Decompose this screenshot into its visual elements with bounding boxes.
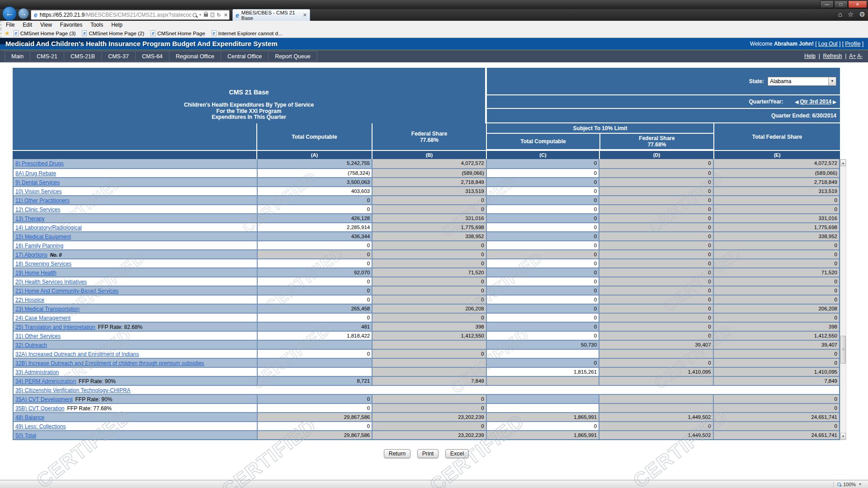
previous-quarter-icon[interactable]: ◀ <box>795 99 799 104</box>
cell-c[interactable]: 0 <box>486 169 599 177</box>
row-link[interactable]: 25) Translation and Interpretation <box>15 324 95 330</box>
row-link[interactable]: 35) Citizenship Verification Technology-… <box>15 387 131 394</box>
cell-a[interactable]: 436,344 <box>257 232 372 240</box>
row-link[interactable]: 14) Laboratory/Radiological <box>15 225 82 231</box>
forward-button[interactable]: → <box>18 8 29 19</box>
cell-c[interactable]: 0 <box>486 196 599 204</box>
cell-a[interactable]: 481 <box>257 323 372 331</box>
cell-c[interactable]: 0 <box>486 314 599 322</box>
row-link[interactable]: 8A) Drug Rebate <box>15 170 56 177</box>
settings-gear-icon[interactable]: ⚙ <box>859 10 865 19</box>
favorite-link[interactable]: eCMSnet Home Page (2) <box>82 30 144 36</box>
home-icon[interactable]: ⌂ <box>838 10 842 19</box>
row-link[interactable]: 49) Less: Collections <box>15 423 66 430</box>
cell-c[interactable] <box>486 395 599 403</box>
cell-a[interactable]: 8,721 <box>257 377 372 385</box>
row-link[interactable]: 19) Home Health <box>15 270 57 276</box>
zoom-magnifier-icon[interactable] <box>837 483 841 486</box>
row-link[interactable]: 48) Balance <box>15 414 44 421</box>
cell-c[interactable]: 0 <box>486 277 599 286</box>
scroll-down-icon[interactable]: ▼ <box>840 433 846 440</box>
menu-item-file[interactable]: File <box>2 22 19 28</box>
add-favorite-icon[interactable]: ★ <box>5 30 10 37</box>
cell-c[interactable]: 0 <box>486 187 599 195</box>
table-scrollbar[interactable]: ▲ ▼ <box>840 159 846 440</box>
cell-c[interactable]: 50,730 <box>486 341 599 349</box>
row-link[interactable]: 16) Family Planning <box>15 243 63 249</box>
quarter-link[interactable]: Qtr 3rd 2014 <box>800 99 831 105</box>
close-button[interactable]: ✕ <box>848 0 867 8</box>
cell-a[interactable]: 3,500,063 <box>257 178 372 186</box>
menu-item-favorites[interactable]: Favorites <box>56 22 86 28</box>
next-quarter-icon[interactable]: ▶ <box>833 99 836 104</box>
cell-c[interactable]: 0 <box>486 323 599 331</box>
row-link[interactable]: 12) Clinic Services <box>15 206 60 213</box>
search-dropdown-icon[interactable]: ▾ <box>199 13 201 17</box>
favorite-link[interactable]: eCMSnet Home Page <box>151 30 205 36</box>
back-button[interactable]: ← <box>2 6 17 21</box>
row-link[interactable]: 34) PERM Administration <box>15 378 76 385</box>
cell-a[interactable] <box>257 341 372 349</box>
search-icon[interactable] <box>193 13 197 17</box>
cell-a[interactable]: 1,818,422 <box>257 332 372 340</box>
cell-a[interactable]: 0 <box>257 241 372 249</box>
favorites-star-icon[interactable]: ☆ <box>848 10 854 19</box>
row-link[interactable]: 10) Vision Services <box>15 188 62 195</box>
cell-a[interactable]: 0 <box>257 422 372 430</box>
nav-item-cms-21b[interactable]: CMS-21B <box>64 51 101 61</box>
row-link[interactable]: 20) Health Services Initiatives <box>15 279 87 285</box>
row-link[interactable]: 35A) CVT Development <box>15 396 73 403</box>
cell-c[interactable]: 0 <box>486 296 599 304</box>
row-link[interactable]: 33) Administration <box>15 369 59 375</box>
stop-icon[interactable]: ✕ <box>224 12 228 18</box>
cell-a[interactable]: 92,070 <box>257 268 372 277</box>
cell-c[interactable]: 0 <box>486 241 599 249</box>
window-titlebar[interactable]: — □ ✕ <box>0 0 868 9</box>
cell-a[interactable] <box>257 359 372 367</box>
cell-a[interactable]: 0 <box>257 286 372 295</box>
cell-a[interactable]: 0 <box>257 404 372 412</box>
font-decrease-link[interactable]: A- <box>857 53 863 59</box>
tab-close-icon[interactable]: ✕ <box>303 12 307 18</box>
row-link[interactable]: 50) Total <box>15 432 36 439</box>
row-link[interactable]: 9) Dental Services <box>15 179 60 186</box>
refresh-link[interactable]: Refresh <box>823 53 842 59</box>
cell-c[interactable] <box>486 350 599 358</box>
row-link[interactable]: 8) Prescribed Drugs <box>15 160 64 167</box>
cell-a[interactable]: 0 <box>257 296 372 304</box>
nav-item-cms-37[interactable]: CMS-37 <box>101 51 135 61</box>
cell-a[interactable]: (758,324) <box>257 169 372 177</box>
cell-a[interactable]: 0 <box>257 205 372 213</box>
cell-a[interactable]: 2,285,914 <box>257 223 372 231</box>
row-link[interactable]: 32B) Increase Outreach and Enrollment of… <box>15 360 204 366</box>
cell-a[interactable]: 403,603 <box>257 187 372 195</box>
row-link[interactable]: 31) Other Services <box>15 333 61 339</box>
menu-item-view[interactable]: View <box>36 22 56 28</box>
print-button[interactable]: Print <box>417 449 439 458</box>
cell-c[interactable]: 0 <box>486 268 599 277</box>
cell-c[interactable]: 0 <box>486 232 599 240</box>
row-link[interactable]: 13) Therapy <box>15 216 44 222</box>
cell-c[interactable]: 0 <box>486 359 599 367</box>
profile-link[interactable]: Profile <box>845 41 860 47</box>
cell-c[interactable]: 0 <box>486 178 599 186</box>
cell-a[interactable]: 0 <box>257 277 372 286</box>
nav-item-report-queue[interactable]: Report Queue <box>268 51 317 61</box>
cell-c[interactable]: 0 <box>486 422 599 430</box>
state-dropdown[interactable]: Alabama ▼ <box>768 77 836 86</box>
row-link[interactable]: 21) Home And Community-Based Services <box>15 288 118 294</box>
nav-item-main[interactable]: Main <box>5 51 30 61</box>
menu-item-help[interactable]: Help <box>107 22 127 28</box>
row-link[interactable]: 23) Medical Transportation <box>15 306 80 312</box>
cell-a[interactable]: 0 <box>257 259 372 267</box>
cell-c[interactable]: 0 <box>486 205 599 213</box>
browser-tab[interactable]: e MBES/CBES - CMS 21 Base ✕ <box>232 9 310 21</box>
row-link[interactable]: 18) Screening Services <box>15 261 71 267</box>
cell-a[interactable] <box>257 368 372 376</box>
compatibility-view-icon[interactable] <box>211 13 214 17</box>
scroll-up-icon[interactable]: ▲ <box>840 160 846 166</box>
cell-c[interactable]: 0 <box>486 159 599 168</box>
minimize-button[interactable]: — <box>820 0 834 8</box>
row-link[interactable]: 32) Outreach <box>15 342 47 348</box>
cell-c[interactable] <box>486 404 599 412</box>
